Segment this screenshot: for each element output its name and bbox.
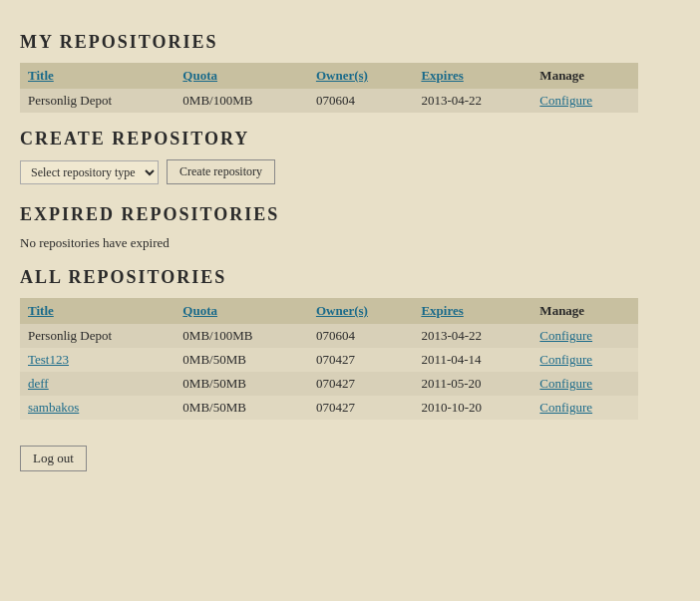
repo-quota: 0MB/100MB bbox=[175, 324, 308, 348]
repo-quota: 0MB/50MB bbox=[175, 372, 308, 396]
my-table-quota-header[interactable]: Quota bbox=[175, 63, 308, 89]
repo-manage[interactable]: Configure bbox=[531, 372, 638, 396]
repo-manage[interactable]: Configure bbox=[531, 324, 638, 348]
create-repository-button[interactable]: Create repository bbox=[167, 159, 275, 184]
all-table-owners-header[interactable]: Owner(s) bbox=[308, 298, 414, 324]
repo-expires: 2013-04-22 bbox=[413, 324, 531, 348]
all-table-quota-header[interactable]: Quota bbox=[175, 298, 308, 324]
repo-title[interactable]: Test123 bbox=[20, 348, 175, 372]
table-row: Test1230MB/50MB0704272011-04-14Configure bbox=[20, 348, 638, 372]
all-repositories-title: ALL REPOSITORIES bbox=[20, 267, 680, 288]
repo-manage[interactable]: Configure bbox=[531, 89, 638, 113]
repo-title: Personlig Depot bbox=[20, 324, 175, 348]
my-table-owners-header[interactable]: Owner(s) bbox=[308, 63, 414, 89]
table-row: deff0MB/50MB0704272011-05-20Configure bbox=[20, 372, 638, 396]
all-table-expires-header[interactable]: Expires bbox=[413, 298, 531, 324]
repo-owners: 070427 bbox=[308, 348, 414, 372]
repo-quota: 0MB/50MB bbox=[175, 348, 308, 372]
repo-expires: 2011-04-14 bbox=[413, 348, 531, 372]
repo-owners: 070427 bbox=[308, 396, 414, 420]
repo-owners: 070604 bbox=[308, 324, 414, 348]
create-repository-title: CREATE REPOSITORY bbox=[20, 129, 680, 150]
repo-manage[interactable]: Configure bbox=[531, 348, 638, 372]
table-row: Personlig Depot0MB/100MB0706042013-04-22… bbox=[20, 324, 638, 348]
logout-button[interactable]: Log out bbox=[20, 446, 87, 471]
repo-quota: 0MB/50MB bbox=[175, 396, 308, 420]
repo-title: Personlig Depot bbox=[20, 89, 175, 113]
repo-expires: 2011-05-20 bbox=[413, 372, 531, 396]
my-table-title-header[interactable]: Title bbox=[20, 63, 175, 89]
repo-expires: 2010-10-20 bbox=[413, 396, 531, 420]
table-row: Personlig Depot0MB/100MB0706042013-04-22… bbox=[20, 89, 638, 113]
all-repositories-table: Title Quota Owner(s) Expires Manage Pers… bbox=[20, 298, 638, 420]
repository-type-select[interactable]: Select repository typeSubversionGit bbox=[20, 160, 159, 184]
repo-manage[interactable]: Configure bbox=[531, 396, 638, 420]
repo-owners: 070604 bbox=[308, 89, 414, 113]
table-row: sambakos0MB/50MB0704272010-10-20Configur… bbox=[20, 396, 638, 420]
repo-owners: 070427 bbox=[308, 372, 414, 396]
my-table-expires-header[interactable]: Expires bbox=[413, 63, 531, 89]
no-expired-text: No repositories have expired bbox=[20, 235, 680, 251]
all-table-manage-header: Manage bbox=[531, 298, 638, 324]
my-repositories-title: MY REPOSITORIES bbox=[20, 32, 680, 53]
my-repositories-table: Title Quota Owner(s) Expires Manage Pers… bbox=[20, 63, 638, 113]
my-table-manage-header: Manage bbox=[531, 63, 638, 89]
repo-expires: 2013-04-22 bbox=[413, 89, 531, 113]
repo-title[interactable]: deff bbox=[20, 372, 175, 396]
all-table-title-header[interactable]: Title bbox=[20, 298, 175, 324]
repo-quota: 0MB/100MB bbox=[175, 89, 308, 113]
expired-repositories-title: EXPIRED REPOSITORIES bbox=[20, 204, 680, 225]
repo-title[interactable]: sambakos bbox=[20, 396, 175, 420]
